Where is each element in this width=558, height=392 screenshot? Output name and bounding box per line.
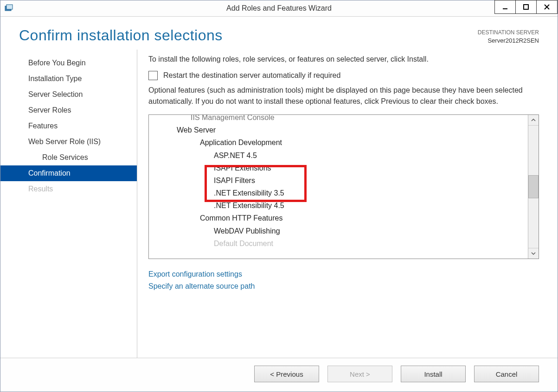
wizard-step-confirmation[interactable]: Confirmation (0, 165, 137, 181)
tree-item: .NET Extensibility 3.5 (149, 187, 528, 199)
body: Before You BeginInstallation TypeServer … (0, 50, 558, 358)
footer-buttons: < Previous Next > Install Cancel (0, 358, 558, 392)
destination-server-label: DESTINATION SERVER (478, 29, 539, 37)
svg-rect-1 (6, 5, 13, 9)
window-title: Add Roles and Features Wizard (0, 4, 558, 13)
export-config-link[interactable]: Export configuration settings (148, 268, 539, 280)
app-icon (4, 4, 13, 13)
tree-item: ISAPI Extensions (149, 162, 528, 174)
main-content: To install the following roles, role ser… (137, 50, 558, 358)
tree-item: ASP.NET 4.5 (149, 149, 528, 162)
tree-item: Web Server (149, 124, 528, 136)
wizard-step-server-roles[interactable]: Server Roles (0, 102, 137, 118)
close-button[interactable] (536, 0, 558, 14)
tree-item: Default Document (149, 237, 528, 250)
wizard-step-results: Results (0, 181, 137, 197)
wizard-steps-sidebar: Before You BeginInstallation TypeServer … (0, 50, 137, 358)
selections-list: IIS Management Console Web Server Applic… (148, 114, 539, 259)
restart-checkbox[interactable] (148, 71, 158, 80)
install-button[interactable]: Install (401, 366, 466, 382)
wizard-window: Add Roles and Features Wizard Confirm in… (0, 0, 558, 392)
maximize-button[interactable] (515, 0, 537, 14)
wizard-step-installation-type[interactable]: Installation Type (0, 71, 137, 87)
wizard-step-web-server-role-iis[interactable]: Web Server Role (IIS) (0, 134, 137, 150)
scroll-thumb[interactable] (528, 175, 539, 198)
restart-checkbox-label: Restart the destination server automatic… (163, 71, 340, 80)
minimize-button[interactable] (494, 0, 516, 14)
selections-scrollbar[interactable] (528, 115, 539, 259)
svg-rect-3 (524, 5, 528, 9)
intro-text: To install the following roles, role ser… (148, 55, 539, 63)
header: Confirm installation selections DESTINAT… (0, 17, 558, 50)
tree-item: .NET Extensibility 4.5 (149, 199, 528, 212)
scroll-up-button[interactable] (528, 115, 539, 126)
wizard-step-role-services[interactable]: Role Services (0, 150, 137, 165)
destination-server-value: Server2012R2SEN (478, 37, 539, 45)
page-title: Confirm installation selections (19, 27, 223, 44)
wizard-step-features[interactable]: Features (0, 118, 137, 134)
svg-rect-2 (503, 8, 507, 9)
tree-item: WebDAV Publishing (149, 225, 528, 237)
tree-item: Application Development (149, 136, 528, 149)
tree-item: IIS Management Console (149, 115, 528, 124)
window-controls (495, 0, 558, 14)
selections-tree: IIS Management Console Web Server Applic… (149, 115, 528, 259)
destination-server: DESTINATION SERVER Server2012R2SEN (478, 27, 539, 45)
tree-item: ISAPI Filters (149, 174, 528, 187)
optional-features-text: Optional features (such as administratio… (148, 85, 539, 107)
scroll-down-button[interactable] (528, 248, 539, 259)
action-links: Export configuration settings Specify an… (148, 268, 539, 292)
alternate-source-link[interactable]: Specify an alternate source path (148, 280, 539, 292)
restart-checkbox-row[interactable]: Restart the destination server automatic… (148, 71, 539, 80)
wizard-step-server-selection[interactable]: Server Selection (0, 87, 137, 102)
next-button: Next > (327, 366, 392, 382)
scroll-track[interactable] (528, 126, 539, 248)
previous-button[interactable]: < Previous (254, 366, 319, 382)
cancel-button[interactable]: Cancel (474, 366, 539, 382)
titlebar: Add Roles and Features Wizard (0, 0, 558, 17)
tree-item: Common HTTP Features (149, 212, 528, 224)
wizard-step-before-you-begin[interactable]: Before You Begin (0, 55, 137, 71)
